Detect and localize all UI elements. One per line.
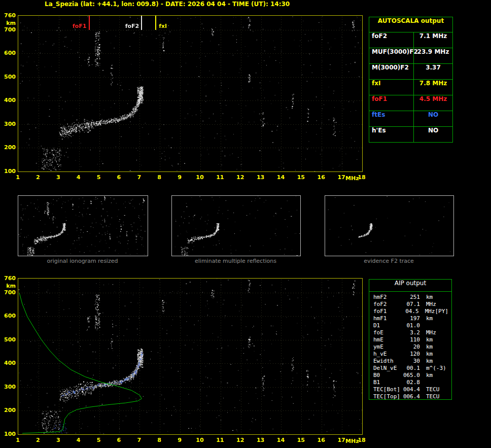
- x-axis-unit-label: MHz: [345, 438, 359, 444]
- x-tick-label: 3: [53, 437, 63, 443]
- aip-param-unit: km: [420, 336, 433, 343]
- y-tick-label: 760: [2, 12, 16, 19]
- ionogram-plot-main: foF1foF2fxI: [18, 15, 363, 172]
- aip-param-label: D1: [373, 322, 401, 329]
- x-tick-label: 12: [235, 437, 246, 443]
- x-tick-label: 15: [296, 437, 306, 443]
- y-tick-label: 200: [2, 144, 16, 151]
- table-row: h'EsNO: [369, 127, 452, 142]
- aip-param-unit: km: [420, 372, 433, 379]
- aip-param-label: hmF1: [373, 315, 401, 322]
- table-row: DelN_vE00.1m^(-3): [373, 365, 450, 372]
- aip-param-label: B1: [373, 379, 401, 386]
- aip-param-extra: [436, 329, 450, 336]
- aip-param-extra: [433, 351, 450, 358]
- marker-line-foF1: [89, 16, 90, 30]
- aip-param-value: 02.8: [401, 379, 420, 386]
- aip-param-extra: [433, 336, 450, 343]
- table-row-label: MUF(3000)F2: [369, 48, 414, 63]
- table-row-label: fxI: [369, 80, 414, 95]
- aip-param-label: Ewidth: [373, 358, 401, 365]
- aip-param-unit: TECU: [420, 393, 440, 400]
- y-tick-label: 300: [2, 121, 16, 127]
- aip-param-value: 006.4: [401, 393, 420, 400]
- aip-param-label: h_vE: [373, 351, 401, 358]
- x-tick-label: 14: [275, 437, 286, 443]
- y-tick-label: 600: [2, 50, 16, 56]
- aip-param-extra: [PY]: [435, 308, 451, 315]
- aip-param-unit: MHz: [420, 301, 436, 308]
- y-axis-unit-label: km: [2, 20, 16, 26]
- x-tick-label: 16: [316, 174, 326, 181]
- thumbnail-canvas-eliminate: [172, 196, 300, 256]
- aip-param-value: 065.0: [401, 372, 420, 379]
- thumbnail-caption: eliminate multiple reflections: [171, 258, 300, 264]
- ionogram-canvas-main: [18, 16, 362, 171]
- table-row: B0065.0km: [373, 372, 450, 379]
- aip-param-extra: [433, 358, 450, 365]
- x-tick-label: 13: [256, 437, 266, 443]
- x-tick-label: 8: [154, 437, 164, 443]
- thumbnail-evidence-f2: [325, 195, 454, 256]
- aip-param-extra: [433, 294, 450, 301]
- aip-param-extra: [433, 372, 450, 379]
- thumbnail-caption: original ionogram resized: [18, 258, 147, 264]
- table-row-value: NO: [414, 111, 452, 126]
- table-row-label: h'Es: [369, 127, 414, 142]
- aip-param-label: foF2: [373, 301, 401, 308]
- y-tick-label: 100: [2, 431, 16, 437]
- table-row: Ewidth30km: [373, 358, 450, 365]
- aip-param-unit: km: [420, 358, 433, 365]
- aip-param-value: 01.0: [401, 322, 420, 329]
- table-row-value: 23.9 MHz: [414, 48, 452, 63]
- aip-param-unit: km: [420, 351, 433, 358]
- marker-line-foF2: [141, 16, 142, 30]
- aip-param-unit: km: [420, 343, 433, 351]
- thumbnail-eliminate-reflections: [171, 195, 301, 256]
- x-tick-label: 11: [215, 437, 225, 443]
- aip-param-label: hmF2: [373, 294, 401, 301]
- aip-param-extra: [433, 315, 450, 322]
- y-tick-label: 400: [2, 97, 16, 104]
- autoscala-table-title: AUTOSCALA output: [369, 17, 452, 32]
- x-tick-label: 9: [174, 174, 185, 181]
- x-tick-label: 6: [114, 437, 124, 443]
- aip-param-unit: TECU: [420, 386, 440, 393]
- x-tick-label: 4: [74, 174, 84, 181]
- y-tick-label: 200: [2, 407, 16, 413]
- aip-param-label: foF1: [373, 308, 400, 315]
- y-tick-label: 700: [2, 26, 16, 33]
- aip-param-value: 197: [401, 315, 420, 322]
- x-tick-label: 10: [195, 174, 205, 181]
- aip-param-unit: MHz: [419, 308, 435, 315]
- aip-param-value: 110: [401, 336, 420, 343]
- x-tick-label: 16: [316, 437, 326, 443]
- table-row: hmF2251km: [373, 294, 450, 301]
- table-row: foF104.5MHz[PY]: [373, 308, 450, 315]
- table-row-value: 7.1 MHz: [414, 32, 452, 48]
- y-tick-label: 600: [2, 313, 16, 319]
- x-tick-label: 10: [195, 437, 205, 443]
- marker-label-foF2: foF2: [125, 23, 139, 29]
- table-row: hmF1197km: [373, 315, 450, 322]
- ionogram-canvas-profile: [18, 279, 362, 434]
- x-tick-label: 8: [154, 174, 164, 181]
- x-tick-label: 11: [215, 174, 225, 181]
- aip-param-label: ymE: [373, 343, 401, 351]
- table-row: B102.8: [373, 379, 450, 386]
- aip-param-value: 00.1: [401, 365, 420, 372]
- autoscala-output-screen: La_Spezia (lat: +44.1, lon: 009.8) - DAT…: [0, 0, 491, 448]
- aip-param-label: foE: [373, 329, 401, 336]
- aip-param-value: 20: [401, 343, 420, 351]
- y-tick-label: 500: [2, 74, 16, 80]
- thumbnail-original-ionogram: [18, 195, 148, 256]
- x-tick-label: 13: [256, 174, 266, 181]
- autoscala-output-table: AUTOSCALA output foF27.1 MHzMUF(3000)F22…: [369, 17, 453, 143]
- ionogram-plot-profile: [18, 278, 363, 435]
- aip-param-label: TEC[Top]: [373, 393, 401, 400]
- aip-param-label: DelN_vE: [373, 365, 401, 372]
- aip-param-extra: [440, 393, 451, 400]
- x-tick-label: 4: [74, 437, 84, 443]
- aip-param-label: TEC[Bot]: [373, 386, 401, 393]
- table-row: ymE20km: [373, 343, 450, 351]
